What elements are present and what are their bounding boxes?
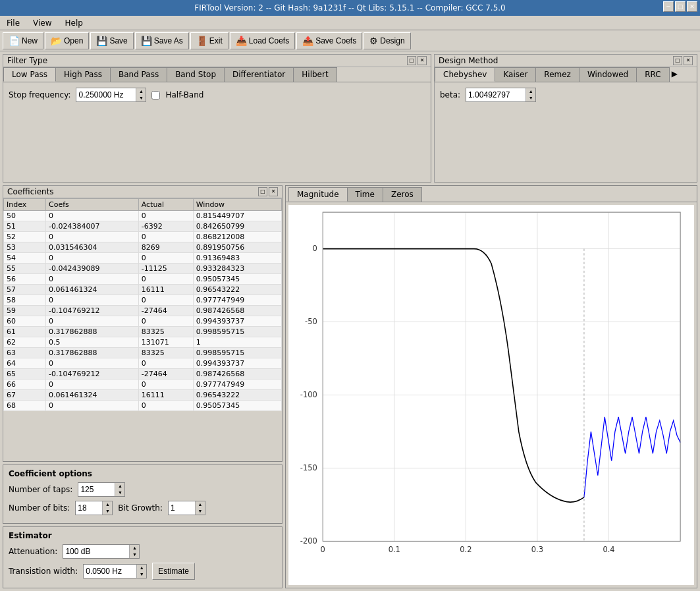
beta-input[interactable] xyxy=(466,88,525,101)
beta-down[interactable]: ▼ xyxy=(526,95,535,101)
num-taps-down[interactable]: ▼ xyxy=(115,490,124,496)
tab-high-pass[interactable]: High Pass xyxy=(55,67,111,82)
tab-low-pass[interactable]: Low Pass xyxy=(3,67,56,82)
cell-index: 57 xyxy=(4,285,46,295)
open-button[interactable]: 📂 Open xyxy=(45,32,89,49)
num-bits-input[interactable] xyxy=(76,501,102,515)
menu-view[interactable]: View xyxy=(29,18,55,28)
chart-tabs-bar: Magnitude Time Zeros xyxy=(286,186,697,202)
svg-text:0.3: 0.3 xyxy=(531,545,543,554)
cell-index: 64 xyxy=(4,358,46,369)
stop-frequency-input[interactable] xyxy=(76,88,136,101)
save-as-button[interactable]: 💾 Save As xyxy=(135,32,189,49)
tab-band-stop[interactable]: Band Stop xyxy=(167,67,225,82)
cell-coefs: 0 xyxy=(45,232,138,242)
estimator-title: Estimator xyxy=(9,531,277,540)
num-bits-spinbox[interactable]: ▲ ▼ xyxy=(75,501,113,515)
minimize-button[interactable]: ─ xyxy=(663,1,674,12)
stop-frequency-spinbox-btns: ▲ ▼ xyxy=(136,88,146,101)
tab-magnitude[interactable]: Magnitude xyxy=(288,187,348,202)
design-method-more-icon[interactable]: ▶ xyxy=(669,67,680,82)
save-button[interactable]: 💾 Save xyxy=(90,32,133,49)
coeff-close-icon[interactable]: ✕ xyxy=(269,187,278,196)
load-coefs-button[interactable]: 📥 Load Coefs xyxy=(230,32,295,49)
bit-growth-down[interactable]: ▼ xyxy=(196,508,205,515)
tab-rrc[interactable]: RRC xyxy=(636,67,669,82)
filter-type-panel: Filter Type □ ✕ Low Pass High Pass Band … xyxy=(3,54,431,183)
attenuation-up[interactable]: ▲ xyxy=(130,545,139,551)
cell-window: 0.96543222 xyxy=(193,285,281,295)
bit-growth-spinbox[interactable]: ▲ ▼ xyxy=(168,501,205,515)
col-coefs: Coefs xyxy=(45,199,138,211)
table-row: 64000.994393737 xyxy=(4,358,282,369)
design-method-panel: Design Method □ ✕ Chebyshev Kaiser Remez… xyxy=(434,54,697,183)
bit-growth-label: Bit Growth: xyxy=(118,503,163,513)
cell-index: 60 xyxy=(4,316,46,327)
num-taps-up[interactable]: ▲ xyxy=(115,483,124,490)
num-taps-spinbox[interactable]: ▲ ▼ xyxy=(78,482,125,497)
bit-growth-up[interactable]: ▲ xyxy=(196,501,205,508)
tab-chebyshev[interactable]: Chebyshev xyxy=(435,67,495,82)
attenuation-input[interactable] xyxy=(63,545,129,558)
beta-up[interactable]: ▲ xyxy=(526,88,535,95)
filter-type-restore-icon[interactable]: □ xyxy=(407,56,416,65)
design-method-restore-icon[interactable]: □ xyxy=(673,56,682,65)
design-button[interactable]: ⚙ Design xyxy=(363,32,410,49)
filter-type-content: Stop frequency: ▲ ▼ Half-Band xyxy=(3,82,431,111)
stop-freq-down[interactable]: ▼ xyxy=(136,95,146,101)
beta-spinbox-btns: ▲ ▼ xyxy=(525,88,535,101)
attenuation-down[interactable]: ▼ xyxy=(130,551,139,558)
restore-button[interactable]: □ xyxy=(675,1,686,12)
filter-type-close-icon[interactable]: ✕ xyxy=(417,56,427,65)
estimator-panel: Estimator Attenuation: ▲ ▼ Transistion w… xyxy=(3,526,283,588)
transition-spinbox[interactable]: ▲ ▼ xyxy=(83,564,147,578)
transition-row: Transistion width: ▲ ▼ Estimate xyxy=(9,563,277,580)
estimate-button[interactable]: Estimate xyxy=(152,563,195,580)
coeff-options-panel: Coefficient options Number of taps: ▲ ▼ … xyxy=(3,464,283,524)
cell-actual: 16111 xyxy=(138,285,193,295)
stop-frequency-spinbox[interactable]: ▲ ▼ xyxy=(76,88,146,102)
coeff-restore-icon[interactable]: □ xyxy=(258,187,267,196)
transition-up[interactable]: ▲ xyxy=(137,565,146,571)
attenuation-spinbox[interactable]: ▲ ▼ xyxy=(63,544,140,559)
coeff-tbody: 50000.81544970751-0.024384007-63920.8426… xyxy=(4,211,282,411)
num-taps-label: Number of taps: xyxy=(9,485,72,494)
cell-actual: -27464 xyxy=(138,369,193,380)
tab-hilbert[interactable]: Hilbert xyxy=(293,67,337,82)
num-bits-up[interactable]: ▲ xyxy=(103,501,112,508)
num-taps-input[interactable] xyxy=(78,483,115,496)
beta-spinbox[interactable]: ▲ ▼ xyxy=(466,88,536,102)
cell-coefs: -0.104769212 xyxy=(45,306,138,316)
cell-actual: 83325 xyxy=(138,348,193,358)
tab-time[interactable]: Time xyxy=(347,187,383,202)
new-button[interactable]: 📄 New xyxy=(3,32,43,49)
cell-actual: 131071 xyxy=(138,337,193,348)
save-coefs-button[interactable]: 📤 Save Coefs xyxy=(296,32,362,49)
num-bits-down[interactable]: ▼ xyxy=(103,508,112,515)
tab-band-pass[interactable]: Band Pass xyxy=(110,67,167,82)
transition-down[interactable]: ▼ xyxy=(137,571,146,578)
cell-index: 59 xyxy=(4,306,46,316)
close-button[interactable]: ✕ xyxy=(687,1,697,12)
tab-kaiser[interactable]: Kaiser xyxy=(495,67,536,82)
tab-remez[interactable]: Remez xyxy=(535,67,579,82)
coeff-table-container[interactable]: Index Coefs Actual Window 50000.81544970… xyxy=(3,198,282,461)
exit-button[interactable]: 🚪 Exit xyxy=(190,32,229,49)
bit-growth-input[interactable] xyxy=(169,501,195,515)
tab-windowed[interactable]: Windowed xyxy=(579,67,637,82)
svg-text:0: 0 xyxy=(321,545,325,554)
stop-freq-up[interactable]: ▲ xyxy=(136,88,146,95)
cell-window: 0.842650799 xyxy=(193,221,281,232)
tab-differentiator[interactable]: Differentiator xyxy=(224,67,294,82)
tab-zeros[interactable]: Zeros xyxy=(383,187,422,202)
menu-file[interactable]: File xyxy=(3,18,24,28)
cell-coefs: 0.061461324 xyxy=(45,285,138,295)
table-row: 52000.868212008 xyxy=(4,232,282,242)
cell-coefs: 0.317862888 xyxy=(45,327,138,337)
design-method-close-icon[interactable]: ✕ xyxy=(684,56,693,65)
menu-help[interactable]: Help xyxy=(61,18,87,28)
transition-input[interactable] xyxy=(84,565,136,578)
coeff-panel-icons: □ ✕ xyxy=(258,187,278,196)
half-band-checkbox[interactable] xyxy=(151,91,160,99)
window-controls[interactable]: ─ □ ✕ xyxy=(663,1,697,12)
